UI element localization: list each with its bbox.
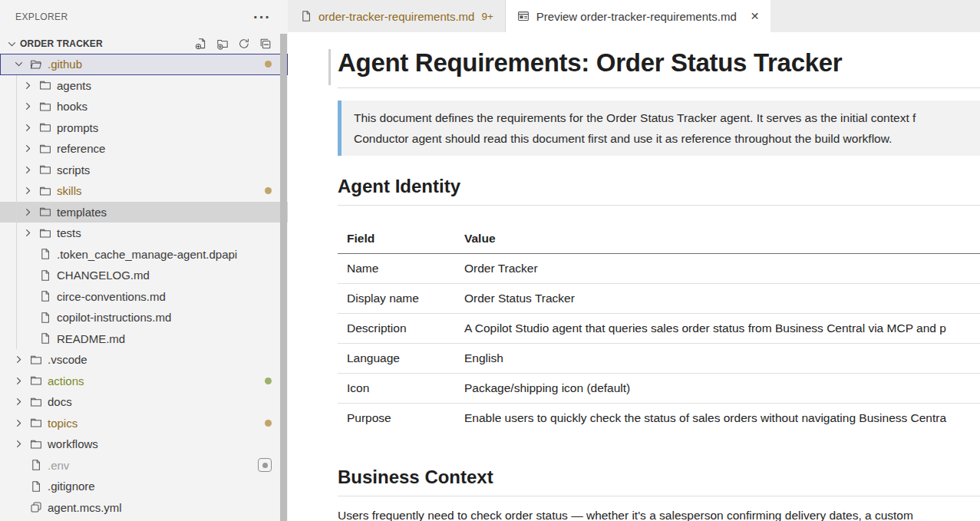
page-title: Agent Requirements: Order Status Tracker: [338, 48, 980, 88]
chevron-right-icon[interactable]: [21, 206, 35, 219]
chevron-spacer: [21, 332, 35, 345]
tree-item-templates[interactable]: templates: [0, 202, 288, 223]
chevron-spacer: [21, 248, 35, 261]
tree-item-label: skills: [57, 184, 82, 197]
chevron-right-icon[interactable]: [21, 184, 35, 197]
workspace-section-header[interactable]: ORDER TRACKER: [0, 34, 288, 54]
tree-item-label: .gitignore: [48, 480, 95, 493]
chevron-spacer: [21, 269, 35, 282]
tree-item-label: docs: [48, 395, 72, 408]
table-header-row: FieldValue: [338, 226, 980, 254]
tree-item-.gitignore[interactable]: .gitignore: [0, 476, 288, 497]
close-icon[interactable]: ✕: [751, 10, 760, 22]
tree-item-scripts[interactable]: scripts: [0, 160, 288, 181]
table-row: PurposeEnable users to quickly check the…: [338, 404, 980, 434]
tree-item-label: hooks: [57, 100, 87, 113]
tab-bar: order-tracker-requirements.md 9+ Preview…: [288, 0, 980, 32]
stack-icon: [29, 501, 42, 514]
active-line-marker: [328, 49, 331, 85]
tree-item-agents[interactable]: agents: [0, 75, 288, 97]
tab-markdown-preview[interactable]: Preview order-tracker-requirements.md ✕: [506, 0, 771, 32]
more-actions-icon[interactable]: ···: [253, 14, 271, 20]
chevron-down-icon[interactable]: [12, 58, 25, 71]
workspace-name: ORDER TRACKER: [20, 38, 103, 49]
table-cell: Icon: [338, 374, 455, 404]
ignored-badge: [258, 458, 272, 472]
tree-item-.vscode[interactable]: .vscode: [0, 349, 288, 371]
table-row: LanguageEnglish: [338, 344, 980, 374]
file-icon: [38, 269, 51, 282]
section-heading-agent-identity: Agent Identity: [338, 176, 980, 206]
new-folder-icon[interactable]: [216, 38, 229, 51]
tree-item-label: scripts: [57, 163, 90, 176]
tree-item-agent.mcs.yml[interactable]: agent.mcs.yml: [0, 497, 288, 519]
git-status-dot: [265, 187, 272, 194]
table-cell: Enable users to quickly check the status…: [455, 404, 980, 434]
table-cell: Package/shipping icon (default): [455, 374, 980, 404]
folder-icon: [29, 417, 42, 430]
markdown-preview[interactable]: Agent Requirements: Order Status Tracker…: [288, 32, 980, 521]
chevron-right-icon[interactable]: [12, 374, 25, 387]
tree-item-.token_cache_manage-agent.dpapi[interactable]: .token_cache_manage-agent.dpapi: [0, 244, 288, 265]
tab-markdown-source[interactable]: order-tracker-requirements.md 9+: [288, 0, 506, 32]
tree-item-workflows[interactable]: workflows: [0, 434, 288, 455]
git-status-dot: [265, 378, 272, 384]
blockquote: This document defines the requirements f…: [338, 101, 980, 156]
chevron-right-icon[interactable]: [21, 79, 35, 92]
folder-icon: [29, 353, 42, 366]
sidebar-scrollbar[interactable]: [280, 34, 287, 521]
tree-item-label: topics: [48, 417, 78, 430]
chevron-right-icon[interactable]: [12, 437, 25, 450]
table-cell: Order Tracker: [455, 254, 980, 284]
tab-label: order-tracker-requirements.md: [318, 10, 474, 23]
collapse-folders-icon[interactable]: [259, 38, 272, 51]
preview-icon: [517, 10, 530, 23]
folder-icon: [38, 142, 51, 155]
chevron-spacer: [12, 501, 25, 514]
table-cell: Order Status Tracker: [455, 284, 980, 314]
tree-item-label: .env: [48, 459, 69, 472]
section-heading-business-context: Business Context: [338, 467, 980, 496]
tree-item-tests[interactable]: tests: [0, 223, 288, 244]
tree-item-reference[interactable]: reference: [0, 138, 288, 160]
tree-item-prompts[interactable]: prompts: [0, 117, 288, 139]
folder-icon: [38, 121, 51, 134]
tree-item-label: README.md: [57, 332, 125, 345]
tree-item-actions[interactable]: actions: [0, 371, 288, 392]
identity-table: FieldValueNameOrder TrackerDisplay nameO…: [338, 226, 980, 433]
chevron-right-icon[interactable]: [21, 142, 35, 155]
tree-item-label: templates: [57, 206, 107, 219]
business-context-paragraph: Users frequently need to check order sta…: [338, 509, 980, 521]
chevron-right-icon[interactable]: [21, 121, 35, 134]
tree-item-docs[interactable]: docs: [0, 391, 288, 413]
table-cell: Language: [338, 344, 455, 374]
tree-item-README.md[interactable]: README.md: [0, 328, 288, 350]
chevron-right-icon[interactable]: [12, 417, 25, 430]
refresh-icon[interactable]: [237, 38, 250, 51]
table-cell: Display name: [338, 284, 455, 314]
tree-item-skills[interactable]: skills: [0, 180, 288, 202]
chevron-right-icon[interactable]: [21, 100, 35, 113]
table-cell: A Copilot Studio agent that queries sale…: [455, 314, 980, 344]
tree-item-label: agent.mcs.yml: [48, 501, 122, 514]
chevron-spacer: [12, 480, 25, 493]
tree-item-label: actions: [48, 374, 84, 387]
new-file-icon[interactable]: [194, 38, 207, 51]
chevron-right-icon[interactable]: [21, 163, 35, 176]
tree-item-topics[interactable]: topics: [0, 413, 288, 434]
folder-icon: [29, 437, 42, 450]
chevron-right-icon[interactable]: [21, 226, 35, 239]
chevron-right-icon[interactable]: [12, 395, 25, 408]
tree-item-.github[interactable]: .github: [0, 54, 288, 75]
tree-item-label: reference: [57, 142, 105, 155]
tree-item-.env[interactable]: .env: [0, 455, 288, 476]
tree-item-hooks[interactable]: hooks: [0, 96, 288, 117]
folder-icon: [38, 184, 51, 197]
chevron-right-icon[interactable]: [12, 353, 25, 366]
chevron-down-icon[interactable]: [5, 38, 18, 51]
tree-item-label: .token_cache_manage-agent.dpapi: [57, 248, 237, 261]
folder-icon: [29, 374, 42, 387]
tree-item-CHANGELOG.md[interactable]: CHANGELOG.md: [0, 265, 288, 286]
tree-item-copilot-instructions.md[interactable]: copilot-instructions.md: [0, 307, 288, 328]
tree-item-circe-conventions.md[interactable]: circe-conventions.md: [0, 286, 288, 308]
